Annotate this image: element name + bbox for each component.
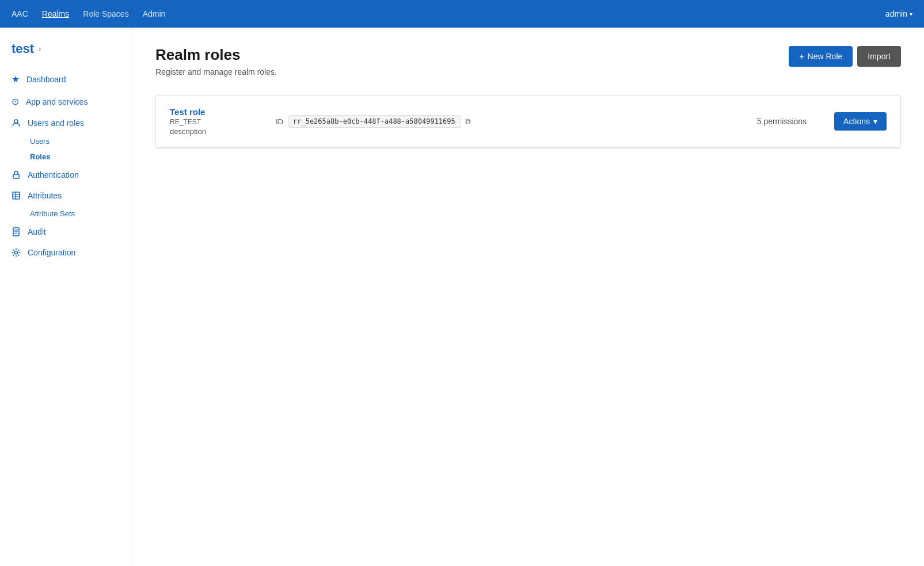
sidebar-config-label: Configuration <box>28 248 75 257</box>
user-menu[interactable]: admin ▾ <box>885 9 912 18</box>
sidebar-chevron-icon: › <box>39 45 41 53</box>
sidebar-item-users-roles[interactable]: Users and roles <box>0 113 132 133</box>
main-content: Realm roles Register and manage realm ro… <box>132 28 924 566</box>
new-role-label: New Role <box>808 52 843 61</box>
svg-point-0 <box>14 120 18 123</box>
role-name[interactable]: Test role <box>170 107 262 117</box>
sidebar-dashboard-label: Dashboard <box>26 75 66 84</box>
id-label: ID <box>276 117 283 126</box>
sidebar-app-services-label: App and services <box>26 97 88 106</box>
sidebar-users-roles-label: Users and roles <box>28 118 84 128</box>
sidebar-audit-label: Audit <box>28 227 46 236</box>
chevron-down-icon: ▾ <box>910 11 912 17</box>
sidebar-item-app-services[interactable]: ⊙ App and services <box>0 90 132 113</box>
sidebar-item-dashboard[interactable]: ★ Dashboard <box>0 68 132 90</box>
table-icon <box>12 191 21 200</box>
role-id-section: ID rr_5e265a8b-e0cb-448f-a488-a580499116… <box>276 115 724 128</box>
role-permissions: 5 permissions <box>737 117 807 126</box>
sidebar-auth-label: Authentication <box>28 170 79 179</box>
topnav-admin[interactable]: Admin <box>143 9 166 18</box>
role-code: RE_TEST <box>170 118 262 126</box>
page-title: Realm roles <box>155 46 277 64</box>
actions-chevron-icon: ▾ <box>873 117 877 126</box>
role-card: Test role RE_TEST description ID rr_5e26… <box>155 95 901 148</box>
role-divider <box>155 148 901 148</box>
logo-text: test <box>12 41 34 56</box>
header-actions: + New Role Import <box>789 46 901 67</box>
role-description: description <box>170 127 262 136</box>
svg-rect-1 <box>13 174 19 178</box>
star-icon: ★ <box>12 74 20 85</box>
username-label: admin <box>885 9 907 18</box>
topnav: AAC Realms Role Spaces Admin admin ▾ <box>0 0 924 28</box>
page-header-text: Realm roles Register and manage realm ro… <box>155 46 277 77</box>
page-header: Realm roles Register and manage realm ro… <box>155 46 901 77</box>
sidebar-attributes-label: Attributes <box>28 191 62 200</box>
sidebar-sub-roles[interactable]: Roles <box>0 149 132 165</box>
audit-icon <box>12 227 21 236</box>
lock-icon <box>12 170 21 179</box>
topnav-role-spaces[interactable]: Role Spaces <box>83 9 128 18</box>
person-icon <box>12 118 21 128</box>
topnav-aac[interactable]: AAC <box>12 9 28 18</box>
sidebar-item-attributes[interactable]: Attributes <box>0 185 132 206</box>
role-info: Test role RE_TEST description <box>170 107 262 136</box>
actions-label: Actions <box>843 117 870 126</box>
import-button[interactable]: Import <box>857 46 901 67</box>
sidebar-item-audit[interactable]: Audit <box>0 221 132 242</box>
layers-icon: ⊙ <box>12 96 19 107</box>
plus-icon: + <box>799 52 804 61</box>
sidebar-item-authentication[interactable]: Authentication <box>0 165 132 185</box>
page-subtitle: Register and manage realm roles. <box>155 67 277 77</box>
sidebar-item-configuration[interactable]: Configuration <box>0 242 132 263</box>
svg-point-10 <box>15 251 18 254</box>
topnav-realms[interactable]: Realms <box>42 9 69 18</box>
sidebar-logo[interactable]: test › <box>0 37 132 68</box>
copy-icon[interactable]: ⧉ <box>465 117 471 127</box>
sidebar-sub-users[interactable]: Users <box>0 133 132 149</box>
role-id-value: rr_5e265a8b-e0cb-448f-a488-a58049911695 <box>288 115 461 128</box>
svg-rect-2 <box>13 192 20 199</box>
new-role-button[interactable]: + New Role <box>789 46 853 67</box>
sidebar-sub-attribute-sets[interactable]: Attribute Sets <box>0 206 132 221</box>
actions-button[interactable]: Actions ▾ <box>834 112 887 131</box>
sidebar: test › ★ Dashboard ⊙ App and services Us… <box>0 28 132 566</box>
gear-icon <box>12 248 21 257</box>
